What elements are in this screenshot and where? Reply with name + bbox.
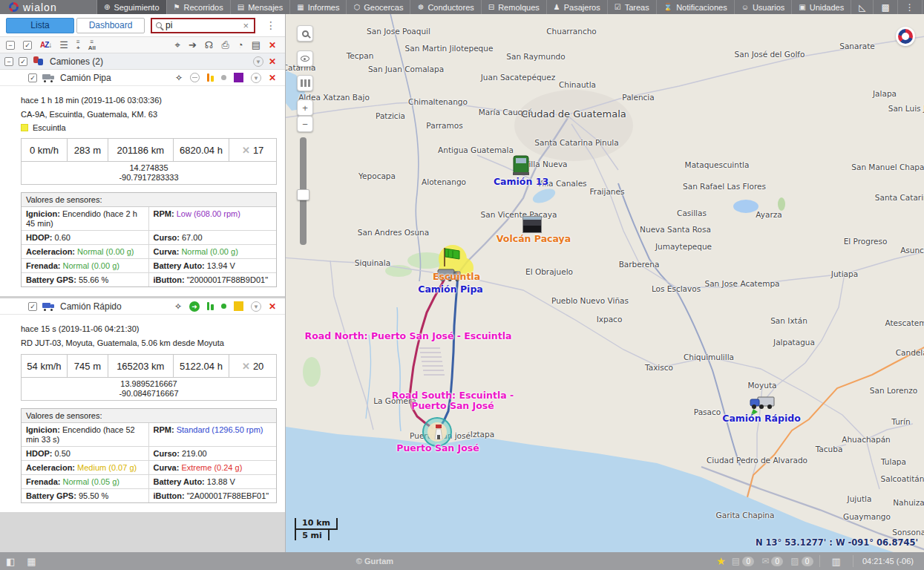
bottom-apps-icon[interactable]: ▦ [21,556,42,567]
sort-az-icon[interactable]: AZ↓ [40,42,51,49]
monitor-icon[interactable]: ⎙ [221,40,229,50]
nav-item-unidades[interactable]: ▣Unidades [791,0,851,14]
media-badge[interactable]: ▨0 [790,556,813,566]
sensor-value: "2A000017F88EBF01" [187,491,269,500]
report-icon[interactable]: ▤ [252,40,261,50]
counter-value: 0 [742,557,754,566]
unit-row-icons: ✧▼✕ [175,73,276,83]
motion-state-icon[interactable] [190,73,200,82]
volcan-pacaya-photo-marker[interactable] [522,216,542,233]
geofence-puerto-san-jose[interactable] [422,417,452,447]
sensor-hdop: HDOP: 0.50 [22,447,149,461]
new-messages-badge[interactable]: ✉0 [761,556,783,566]
measure-tool-icon[interactable]: ◺ [851,0,873,14]
separator [853,555,853,567]
select-all-checkbox[interactable]: ✓ [23,41,32,50]
group-collapse-checkbox[interactable]: − [4,57,13,66]
eco-driving-icon[interactable]: ◔ [237,40,243,50]
current-time: 04:21:45 (-06) [859,557,917,566]
track-color-swatch[interactable] [234,301,243,311]
nav-item-recorridos[interactable]: ⚑Recorridos [166,0,230,14]
nav-item-label: Unidades [810,3,844,12]
clear-search-icon[interactable]: × [241,20,250,31]
favorites-star-icon[interactable]: ★ [716,555,726,567]
sensor-value: Standard (1296.50 rpm) [177,425,263,434]
nav-item-notificaciones[interactable]: ⌛Notificaciones [656,0,734,14]
map-layers-button[interactable] [297,75,313,91]
nav-item-conductores[interactable]: ☸Conductores [410,0,480,14]
group-select-checkbox[interactable]: ✓ [19,57,27,66]
unit-row-2[interactable]: ✓Camión Rápido✧➜▼✕ [0,298,285,315]
nav-item-geocercas[interactable]: ⬡Geocercas [346,0,410,14]
clear-worklist-icon[interactable]: ✕ [269,40,276,50]
unit-marker-camion-rapido[interactable] [749,393,777,418]
stat-value: 283 m [67,139,108,162]
map-search-button[interactable] [297,25,313,42]
zoom-slider[interactable] [300,137,307,245]
tab-dashboard[interactable]: Dashboard [76,18,145,33]
motion-state-icon[interactable]: ➜ [189,301,200,312]
nav-item-usuarios[interactable]: ☺Usuarios [734,0,792,14]
monitor-layout-icon[interactable]: ▥ [826,556,847,567]
apps-grid-icon[interactable]: ▩ [873,0,897,14]
unit-marker-camion-13[interactable] [511,154,531,177]
reports-icon: ▦ [297,3,304,11]
group-remove-icon[interactable]: ✕ [269,56,276,67]
more-menu-icon[interactable]: ⋮ [897,0,922,14]
unit-checkbox[interactable]: ✓ [28,302,37,311]
nav-item-informes[interactable]: ▦Informes [289,0,346,14]
unit-row-icons: ✧➜▼✕ [174,301,276,312]
counter-value: 0 [771,557,783,566]
zoom-in-button[interactable]: + [297,99,313,116]
nav-item-remolques[interactable]: ⊟Remolques [481,0,546,14]
report-queue-badge[interactable]: ▤0 [732,556,754,566]
top-tool-icons: ◺▩⋮ [851,0,922,14]
unit-locate-icon[interactable]: ✧ [174,301,182,312]
add-to-list-icon[interactable]: ≡+ [76,39,80,51]
unit-details-1: hace 1 h 18 min (2019-11-06 03:03:36)CA-… [0,86,285,296]
toggle-panel-icon[interactable]: ◧ [0,556,21,567]
geofence-name: Escuintla [33,123,66,132]
zoom-out-button[interactable]: − [297,116,313,132]
track-color-swatch[interactable] [234,73,243,82]
status-right-group: ★ ▤0✉0▨0 ▥ 04:21:45 (-06) [716,555,924,567]
scale-mi-label: 5 mi [295,530,330,540]
show-all-list-icon[interactable]: ≡All [88,39,96,51]
nav-item-tareas[interactable]: ☑Tareas [607,0,656,14]
unit-row-1[interactable]: ✓Camión Pipa✧▼✕ [0,70,285,86]
unit-actions-icon[interactable]: ▼ [251,73,261,83]
locate-on-map-icon[interactable]: ⌖ [175,40,180,50]
track-signal-icon[interactable]: ☊ [205,40,214,50]
map-visibility-button[interactable] [297,50,313,67]
zoom-slider-handle[interactable] [297,189,309,200]
panel-options-icon[interactable]: ⋮ [261,19,281,31]
unit-locate-icon[interactable]: ✧ [175,73,183,83]
connection-state-icon [221,304,226,309]
unit-actions-icon[interactable]: ▼ [251,301,261,312]
collapse-all-checkbox[interactable]: − [6,41,15,50]
sensor-value: Extreme (0.24 g) [181,463,242,472]
sensors-table: Valores de sensores:Ignicion: Encendido … [21,408,277,503]
unit-search-box[interactable]: pi × [151,18,255,33]
map-canvas[interactable]: San Jose PoaquilSan Martin JilotepequeCh… [286,14,924,552]
unit-group-row[interactable]: − ✓ Camiones (2) ▼ ✕ [0,53,285,70]
nav-item-pasajeros[interactable]: ♟Pasajeros [546,0,607,14]
connection-state-icon [221,75,226,80]
tab-lista[interactable]: Lista [6,18,74,33]
unit-remove-icon[interactable]: ✕ [269,73,276,83]
nav-item-seguimiento[interactable]: ⊕Seguimiento [96,0,166,14]
wialon-logo[interactable]: wialon [0,0,96,14]
unit-remove-icon[interactable]: ✕ [269,301,276,312]
group-actions-icon[interactable]: ▼ [253,56,263,67]
unit-name: Camión Pipa [60,73,170,83]
wialon-logo-icon [9,2,19,12]
sensor-curso: Curso: 219.00 [149,447,277,461]
follow-units-icon[interactable]: ➔ [189,40,197,50]
search-input[interactable]: pi [166,20,237,30]
nav-item-label: Pasajeros [564,3,600,12]
geofence-tag: Escuintla [21,123,276,132]
nav-item-mensajes[interactable]: ▤Mensajes [230,0,290,14]
satellites-value: 20 [253,361,263,372]
filter-list-icon[interactable]: ☰ [59,40,68,50]
unit-checkbox[interactable]: ✓ [28,73,37,82]
